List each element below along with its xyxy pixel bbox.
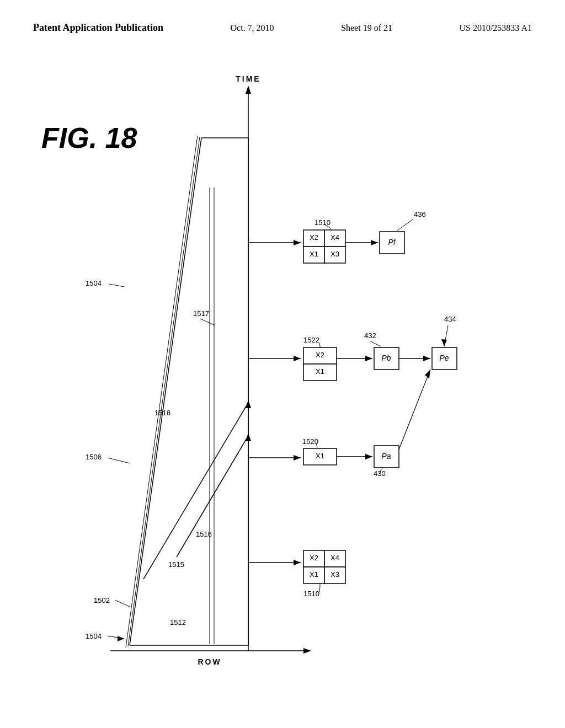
svg-marker-24 <box>294 240 301 245</box>
label-430: 430 <box>374 469 386 478</box>
label-1506: 1506 <box>86 453 102 461</box>
cell-x1-mid-label: X1 <box>316 367 324 376</box>
cell-pf-label: Pf <box>388 238 396 247</box>
publication-title: Patent Application Publication <box>33 22 163 34</box>
cell-x2-mid-label: X2 <box>316 351 324 359</box>
cell-x3-top-label: X3 <box>331 250 339 258</box>
cell-x2-bot-label: X2 <box>310 554 318 562</box>
svg-line-15 <box>177 436 248 557</box>
cell-pb-label: Pb <box>381 354 391 362</box>
svg-marker-38 <box>294 455 301 461</box>
diagram-svg: TIME ROW <box>33 72 530 695</box>
svg-marker-42 <box>425 370 430 378</box>
cell-pe-label: Pe <box>439 354 449 362</box>
label-1510-bot: 1510 <box>303 590 319 598</box>
cell-x1-top-label: X1 <box>310 250 318 258</box>
label-1517: 1517 <box>193 309 209 318</box>
svg-line-22 <box>108 458 130 463</box>
label-1504-top: 1504 <box>86 279 102 287</box>
label-1520: 1520 <box>302 437 318 446</box>
sheet-number: Sheet 19 of 21 <box>341 23 392 33</box>
time-axis-label: TIME <box>236 74 260 83</box>
row-axis-label: ROW <box>198 657 221 666</box>
cell-x4-bot-label: X4 <box>331 554 339 562</box>
svg-marker-14 <box>246 400 251 408</box>
label-1512: 1512 <box>170 618 186 627</box>
svg-line-41 <box>399 370 430 449</box>
cell-x2-top-label: X2 <box>310 233 318 242</box>
svg-marker-40 <box>365 454 372 459</box>
cell-pa-label: Pa <box>381 452 391 461</box>
svg-marker-31 <box>365 356 372 361</box>
svg-marker-44 <box>294 560 301 565</box>
cell-x4-top-label: X4 <box>331 233 339 242</box>
label-1522: 1522 <box>303 336 319 344</box>
publication-date: Oct. 7, 2010 <box>231 23 274 33</box>
label-1502: 1502 <box>94 596 110 604</box>
svg-marker-3 <box>303 648 311 654</box>
cell-x1-bot-label: X1 <box>310 570 318 579</box>
svg-line-11 <box>128 137 200 646</box>
svg-line-19 <box>109 284 124 287</box>
svg-marker-16 <box>246 433 251 441</box>
svg-line-32 <box>370 341 381 346</box>
label-436: 436 <box>414 210 426 218</box>
svg-marker-29 <box>294 356 301 361</box>
svg-line-5 <box>130 138 201 645</box>
cell-x3-bot-label: X3 <box>331 570 339 579</box>
diagram-container: TIME ROW <box>33 72 530 695</box>
svg-marker-1 <box>246 85 251 94</box>
label-1504-bottom: 1504 <box>86 632 102 640</box>
svg-line-17 <box>200 319 215 325</box>
label-1515: 1515 <box>168 560 184 569</box>
svg-line-18 <box>115 600 130 607</box>
svg-marker-21 <box>118 636 124 641</box>
svg-line-27 <box>397 220 413 231</box>
svg-marker-26 <box>371 240 378 245</box>
label-1518: 1518 <box>154 409 170 417</box>
svg-line-12 <box>126 136 198 647</box>
cell-x1-lower-label: X1 <box>316 452 324 460</box>
publication-number: US 2010/253833 A1 <box>459 23 532 33</box>
label-1516: 1516 <box>196 530 212 538</box>
label-1510-top: 1510 <box>315 218 331 227</box>
page-header: Patent Application Publication Oct. 7, 2… <box>0 22 565 34</box>
label-432: 432 <box>364 331 376 340</box>
label-434: 434 <box>444 315 456 323</box>
svg-marker-34 <box>423 356 430 361</box>
svg-marker-36 <box>441 339 447 346</box>
svg-line-13 <box>143 403 248 579</box>
